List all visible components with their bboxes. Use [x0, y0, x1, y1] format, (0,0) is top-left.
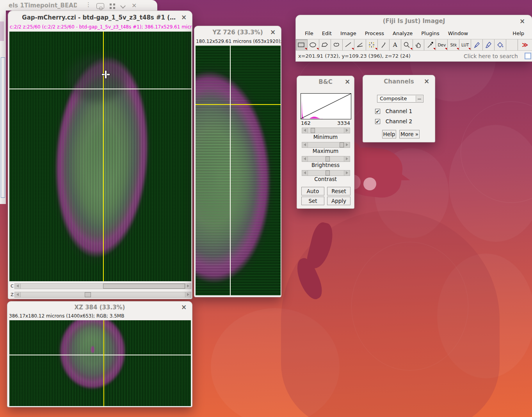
close-icon[interactable]: ×: [132, 2, 137, 9]
menu-image[interactable]: Image: [336, 29, 361, 38]
slider-right-arrow[interactable]: [185, 284, 191, 289]
slider-left-arrow[interactable]: [15, 292, 21, 297]
text-tool[interactable]: A: [390, 39, 401, 50]
hand-tool[interactable]: [413, 39, 425, 50]
brightness-slider-thumb[interactable]: [326, 156, 330, 161]
yz-window-titlebar[interactable]: YZ 726 (33.3%) ×: [194, 26, 281, 39]
contrast-slider-thumb[interactable]: [326, 170, 330, 176]
close-icon[interactable]: ×: [180, 303, 188, 312]
dev-tool[interactable]: Dev: [436, 39, 448, 50]
main-image-canvas[interactable]: [9, 32, 191, 281]
slider-right-arrow[interactable]: [344, 156, 350, 161]
minimum-slider[interactable]: [302, 128, 350, 133]
close-icon[interactable]: ×: [343, 78, 352, 86]
menu-edit[interactable]: Edit: [318, 29, 336, 38]
menu-process[interactable]: Process: [361, 29, 388, 38]
channels-window: Channels × Composite ✔ Channel 1 ✔ Chann…: [363, 75, 435, 142]
slider-right-arrow[interactable]: [344, 170, 350, 176]
wand-tool[interactable]: [378, 39, 390, 50]
more-tools-button[interactable]: ≫: [518, 39, 532, 50]
pencil-tool[interactable]: [471, 39, 483, 50]
channel-slider-thumb[interactable]: [103, 284, 185, 289]
dropdown-button-icon[interactable]: [416, 96, 423, 102]
zoom-tool[interactable]: [401, 39, 413, 50]
lut-tool[interactable]: LUT: [459, 39, 471, 50]
contrast-slider-row: [302, 170, 350, 176]
slider-left-arrow[interactable]: [15, 284, 21, 289]
close-icon[interactable]: ×: [180, 13, 188, 22]
help-button[interactable]: Help: [382, 130, 396, 138]
slider-right-arrow[interactable]: [344, 142, 350, 147]
auto-button[interactable]: Auto: [301, 187, 324, 195]
apply-button[interactable]: Apply: [327, 197, 351, 205]
menu-window[interactable]: Window: [444, 29, 472, 38]
channel-slider[interactable]: [14, 283, 191, 289]
color-picker-tool[interactable]: [424, 39, 436, 50]
maximum-label: Maximum: [297, 148, 354, 154]
kebab-menu-icon[interactable]: [82, 1, 91, 10]
display-mode-value: Composite: [380, 96, 407, 101]
display-max-value: 3334: [337, 120, 350, 126]
angle-tool[interactable]: [354, 39, 366, 50]
brightness-slider-row: [302, 156, 350, 162]
slider-left-arrow[interactable]: [302, 128, 308, 133]
reset-button[interactable]: Reset: [327, 187, 351, 195]
slider-right-arrow[interactable]: [344, 128, 350, 133]
slider-left-arrow[interactable]: [302, 156, 308, 161]
crosshair-vertical-line: [230, 46, 231, 295]
z-slider-thumb[interactable]: [85, 292, 91, 297]
camera-icon[interactable]: [96, 3, 104, 9]
line-tool[interactable]: [343, 39, 354, 50]
close-icon[interactable]: ×: [422, 77, 431, 86]
fill-tool[interactable]: [495, 39, 506, 50]
menu-help[interactable]: Help: [510, 29, 527, 38]
oval-tool[interactable]: [308, 39, 319, 50]
xz-image-canvas[interactable]: [9, 320, 191, 406]
menu-file[interactable]: File: [301, 29, 318, 38]
close-icon[interactable]: ×: [269, 28, 277, 37]
grid-view-icon[interactable]: [110, 4, 115, 9]
brush-tool[interactable]: [483, 39, 495, 50]
cursor-position-status: x=201.91 (732), y=109.23 (396), z=72 (24…: [298, 53, 411, 59]
search-input[interactable]: [464, 53, 522, 59]
channel2-label: Channel 2: [363, 118, 435, 124]
menu-plugins[interactable]: Plugins: [417, 29, 444, 38]
yz-view-window: YZ 726 (33.3%) × 180.12x529.61 microns (…: [194, 26, 281, 297]
menu-analyze[interactable]: Analyze: [388, 29, 417, 38]
main-window-titlebar[interactable]: Gap-mCherry.czi - btd-gap_1_5v_z3_t48s #…: [8, 11, 192, 24]
search-checkbox[interactable]: [525, 53, 531, 59]
channels-titlebar[interactable]: Channels ×: [363, 75, 435, 88]
contrast-slider[interactable]: [302, 170, 350, 176]
brightness-slider[interactable]: [302, 156, 350, 162]
imagej-toolbar: A: [296, 39, 532, 51]
polygon-tool[interactable]: [319, 39, 331, 50]
maximum-slider-thumb[interactable]: [340, 142, 344, 147]
slider-left-arrow[interactable]: [302, 142, 308, 147]
bc-titlebar[interactable]: B&C ×: [297, 76, 354, 88]
crosshair-horizontal-line: [196, 104, 281, 105]
imagej-window: (Fiji Is Just) ImageJ × File Edit Image …: [295, 15, 532, 62]
freehand-tool[interactable]: [331, 39, 343, 50]
imagej-titlebar[interactable]: (Fiji Is Just) ImageJ ×: [296, 15, 532, 27]
channel-slider-label: C: [10, 284, 14, 289]
minimum-slider-thumb[interactable]: [311, 128, 315, 133]
slider-right-arrow[interactable]: [185, 292, 191, 297]
slider-left-arrow[interactable]: [302, 170, 308, 176]
more-button[interactable]: More »: [399, 130, 420, 138]
yz-image-canvas[interactable]: [196, 46, 281, 295]
display-mode-dropdown[interactable]: Composite: [377, 95, 423, 103]
brightness-contrast-window: B&C × 162 3334 Minimum: [297, 76, 354, 209]
z-slider[interactable]: [14, 292, 191, 298]
xz-window-titlebar[interactable]: XZ 384 (33.3%) ×: [7, 302, 192, 313]
chevron-down-icon[interactable]: [120, 3, 126, 9]
set-button[interactable]: Set: [301, 197, 324, 205]
close-icon[interactable]: ×: [518, 17, 527, 25]
rectangle-tool[interactable]: [296, 39, 308, 50]
stack-tool[interactable]: Stk: [448, 39, 459, 50]
polygon-tool-icon: [322, 43, 327, 46]
point-tool[interactable]: [366, 39, 378, 50]
background-window-accent: [0, 21, 4, 41]
maximum-slider[interactable]: [302, 142, 350, 148]
oval-tool-icon: [310, 43, 316, 47]
background-window-left-strip: [0, 11, 6, 204]
